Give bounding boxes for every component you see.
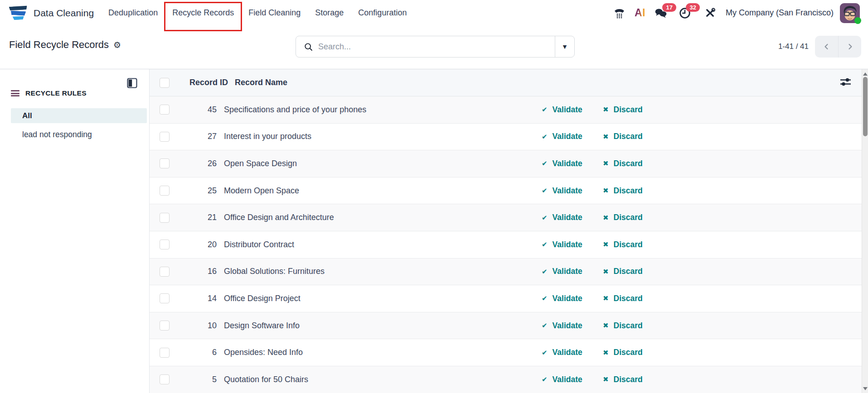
cross-icon: ✖: [603, 321, 609, 330]
record-id: 20: [163, 231, 217, 258]
record-name: Global Solutions: Furnitures: [224, 259, 325, 285]
record-id: 16: [163, 259, 217, 285]
record-row: 27 Interest in your products ✔ Validate …: [150, 124, 868, 151]
record-id: 14: [163, 285, 217, 312]
search-filters-toggle[interactable]: ▼: [555, 36, 574, 57]
record-row: 25 Modern Open Space ✔ Validate ✖ Discar…: [150, 177, 868, 205]
record-id: 21: [163, 204, 217, 231]
discard-button[interactable]: ✖ Discard: [603, 285, 643, 312]
menu-item[interactable]: Deduplication: [101, 0, 165, 26]
recycle-rules-title: RECYCLE RULES: [25, 89, 87, 97]
validate-button[interactable]: ✔ Validate: [542, 124, 582, 150]
cross-icon: ✖: [603, 133, 609, 141]
record-row: 5 Quotation for 50 Chairs ✔ Validate ✖ D…: [150, 366, 868, 393]
check-icon: ✔: [542, 349, 548, 357]
cross-icon: ✖: [603, 349, 609, 357]
validate-button[interactable]: ✔ Validate: [542, 312, 582, 339]
optional-columns-icon[interactable]: [839, 77, 852, 88]
menu-item[interactable]: Configuration: [351, 0, 414, 26]
column-header-record-name[interactable]: Record Name: [235, 69, 287, 96]
validate-button[interactable]: ✔ Validate: [542, 177, 582, 204]
search-icon: [304, 43, 313, 51]
record-name: Office Design and Architecture: [224, 204, 334, 231]
hamburger-icon[interactable]: [11, 90, 19, 96]
validate-button[interactable]: ✔ Validate: [542, 285, 582, 312]
phone-icon[interactable]: [613, 7, 626, 19]
discard-button[interactable]: ✖ Discard: [603, 259, 643, 285]
systray: AI 17 32 My Company (S: [613, 3, 868, 23]
online-status-dot: [854, 17, 861, 24]
record-name: Opensides: Need Info: [224, 339, 303, 366]
record-name: Modern Open Space: [224, 177, 299, 204]
control-panel: Field Recycle Records ⚙ ▼ 1-41 / 41: [0, 26, 868, 69]
validate-button[interactable]: ✔ Validate: [542, 150, 582, 177]
scroll-up-arrow[interactable]: [862, 71, 868, 77]
pager-previous-button[interactable]: [815, 36, 838, 58]
recycle-rule-item[interactable]: All: [11, 108, 147, 123]
app-name[interactable]: Data Cleaning: [34, 8, 94, 19]
column-header-record-id[interactable]: Record ID: [163, 69, 228, 96]
recycle-rule-item[interactable]: lead not responding: [11, 127, 147, 142]
data-cleaning-app-icon[interactable]: [9, 5, 27, 21]
validate-button[interactable]: ✔ Validate: [542, 366, 582, 393]
cross-icon: ✖: [603, 187, 609, 195]
check-icon: ✔: [542, 214, 548, 222]
tools-icon[interactable]: [704, 7, 716, 19]
record-name: Specifications and price of your phones: [224, 96, 366, 123]
scroll-down-arrow[interactable]: [862, 385, 868, 392]
validate-button[interactable]: ✔ Validate: [542, 204, 582, 231]
discard-button[interactable]: ✖ Discard: [603, 177, 643, 204]
record-name: Distributor Contract: [224, 231, 294, 258]
company-switcher[interactable]: My Company (San Francisco): [726, 8, 834, 18]
view-settings-gear-icon[interactable]: ⚙: [113, 41, 121, 49]
record-row: 16 Global Solutions: Furnitures ✔ Valida…: [150, 259, 868, 286]
validate-button[interactable]: ✔ Validate: [542, 339, 582, 366]
discard-button[interactable]: ✖ Discard: [603, 96, 643, 123]
validate-button[interactable]: ✔ Validate: [542, 96, 582, 123]
check-icon: ✔: [542, 321, 548, 330]
cross-icon: ✖: [603, 375, 609, 383]
record-row: 45 Specifications and price of your phon…: [150, 96, 868, 124]
messages-badge: 17: [662, 3, 676, 12]
record-row: 26 Open Space Design ✔ Validate ✖ Discar…: [150, 150, 868, 177]
record-name: Open Space Design: [224, 150, 297, 177]
discard-button[interactable]: ✖ Discard: [603, 366, 643, 393]
breadcrumb: Field Recycle Records ⚙: [9, 39, 121, 51]
discard-button[interactable]: ✖ Discard: [603, 231, 643, 258]
activities-badge: 32: [686, 3, 699, 12]
record-row: 6 Opensides: Need Info ✔ Validate ✖ Disc…: [150, 339, 868, 366]
search-area[interactable]: [296, 36, 555, 57]
discard-button[interactable]: ✖ Discard: [603, 204, 643, 231]
menu-item[interactable]: Field Cleaning: [241, 0, 308, 26]
activities-icon[interactable]: 32: [679, 7, 691, 19]
user-avatar[interactable]: [840, 3, 860, 23]
record-id: 27: [163, 124, 217, 150]
messages-icon[interactable]: 17: [655, 7, 667, 19]
cross-icon: ✖: [603, 268, 609, 276]
search-input[interactable]: [318, 42, 555, 52]
discard-button[interactable]: ✖ Discard: [603, 124, 643, 150]
menu-item[interactable]: Recycle Records: [165, 0, 241, 26]
validate-button[interactable]: ✔ Validate: [542, 259, 582, 285]
discard-button[interactable]: ✖ Discard: [603, 312, 643, 339]
ai-assistant-icon[interactable]: AI: [635, 7, 645, 19]
search-box: ▼: [296, 36, 575, 58]
list-rows: 45 Specifications and price of your phon…: [150, 96, 868, 393]
cross-icon: ✖: [603, 105, 609, 114]
record-row: 21 Office Design and Architecture ✔ Vali…: [150, 204, 868, 231]
discard-button[interactable]: ✖ Discard: [603, 339, 643, 366]
sidebar: RECYCLE RULES All lead not responding: [0, 69, 150, 393]
discard-button[interactable]: ✖ Discard: [603, 150, 643, 177]
validate-button[interactable]: ✔ Validate: [542, 231, 582, 258]
scrollbar-thumb[interactable]: [863, 77, 868, 136]
menu-item[interactable]: Storage: [308, 0, 351, 26]
record-row: 10 Design Software Info ✔ Validate ✖ Dis…: [150, 312, 868, 340]
vertical-scrollbar[interactable]: [862, 69, 868, 393]
pager: 1-41 / 41: [771, 36, 861, 58]
record-id: 10: [163, 312, 217, 339]
cross-icon: ✖: [603, 240, 609, 249]
sidebar-toggle-icon[interactable]: [127, 78, 137, 90]
check-icon: ✔: [542, 133, 548, 141]
pager-next-button[interactable]: [838, 36, 861, 58]
content-area: RECYCLE RULES All lead not responding Re…: [0, 69, 868, 393]
